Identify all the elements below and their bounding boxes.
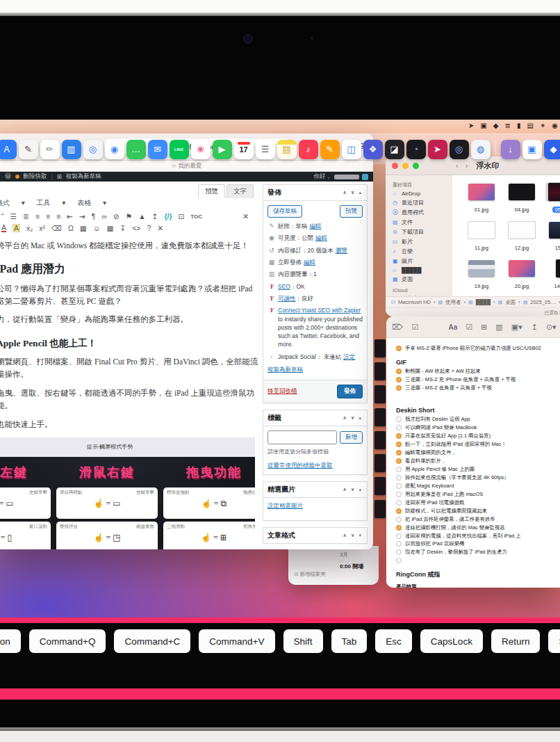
checkbox-icon[interactable] [396,442,402,447]
preview-button[interactable]: 預覽 [340,205,363,218]
lock-icon[interactable]: ⊙▾ [546,323,557,332]
meta-link[interactable]: 可讀性 [278,295,296,302]
editor-toolbar-icon[interactable]: ∞ [101,212,107,220]
publish-button[interactable]: 發佈 [337,385,363,398]
dock-app-icon[interactable]: ◍ [471,140,491,159]
status-icon[interactable]: ▤ [527,121,533,131]
tab-visual[interactable]: 預覽 [198,184,225,198]
favorites-bar[interactable]: ☆ 我的最愛 [0,161,373,172]
dock-app-icon[interactable]: LINE [170,140,189,159]
close-button[interactable] [392,163,398,169]
checkbox-icon[interactable] [396,450,402,455]
panel-controls[interactable]: ∧ ∨ ▴ [343,190,363,195]
table-icon[interactable]: ⊞ [481,323,487,332]
shortcut-key-button[interactable]: Command+C [114,629,190,653]
editor-toolbar-icon[interactable]: ⚑ [126,212,132,220]
set-featured-image-link[interactable]: 設定精選圖片 [267,502,303,509]
note-line[interactable]: ✓ ☝ 點一下，立刻就能用 iPad 連回家裡的 Mac！ [396,441,556,448]
dock-app-icon[interactable]: ✎ [320,140,340,159]
note-line[interactable]: ✓ ☝ 連回家裡的電腦，從資料夾找出檔案，丟到 iPad 上 [396,533,556,540]
checkbox-icon[interactable] [396,533,402,539]
delete-cache-button[interactable]: 刪除快取 [24,172,47,181]
note-line[interactable]: ✓ ☝ 以前放假把 iPad 當娛樂機 [396,540,556,547]
note-line[interactable]: ✓ ☝ 產品特寫 [396,583,556,588]
shortcut-key-button[interactable]: Return [491,629,541,653]
trash-icon[interactable]: ⌦ [392,323,403,332]
media-icon[interactable]: ▣▾ [511,323,522,332]
checkbox-icon[interactable] [396,346,402,351]
shortcut-key-button[interactable]: Option [0,629,21,653]
editor-toolbar-icon[interactable]: ▲ [138,212,145,220]
sidebar-item[interactable]: ◌ AirDrop [386,190,452,198]
checkbox-icon[interactable] [396,475,402,481]
finder-titlebar[interactable]: ‹ › 浮水印 [386,156,560,175]
status-icon[interactable]: ◆ [493,121,499,131]
checkbox-icon[interactable] [396,517,402,522]
dock-app-icon[interactable]: ✉ [148,140,167,159]
dock-app-icon[interactable]: ▤ [277,140,297,159]
editor-toolbar-icon[interactable]: ? [147,224,151,232]
editor-toolbar-icon[interactable]: ☺ [93,224,101,232]
sidebar-item[interactable]: ⊙ 下載項目 [386,227,452,237]
note-content[interactable]: ✓ ☝ 手拿 MS-Z 吸著 iPhone 顯示它的磁力吸力強度 USC/USB… [386,338,560,588]
checkbox-icon[interactable] [396,417,402,422]
path-segment[interactable]: 2025_05… [530,299,556,305]
editor-toolbar-icon[interactable]: ⇥ [79,212,85,220]
checkbox-icon[interactable] [396,492,402,497]
share-icon[interactable]: ↥ [532,323,538,332]
note-line[interactable]: ✓ ☝ 用 Apple Pencil 修 Mac 上的圖 [396,466,556,473]
editor-toolbar-icon[interactable]: A [1,224,6,232]
add-folder-button[interactable]: ⊙ 新增檔案夾 [294,571,326,578]
meta-action-link[interactable]: 編輯 [315,234,327,241]
checkbox-icon[interactable] [396,483,402,489]
add-tag-button[interactable]: 新增 [340,431,363,444]
checkbox-icon[interactable] [396,433,402,439]
note-line[interactable]: ✓ ☝ RingConn 戒指 [396,570,556,579]
checkbox-icon[interactable] [396,549,402,555]
editor-menu-item[interactable]: 格式 ▾ [0,199,25,207]
path-segment[interactable]: 桌面 [505,299,516,306]
note-line[interactable]: ✓ ☝ 動態圖 - AW 收起來 + AW 拉起來 [396,368,556,375]
editor-toolbar-icon[interactable]: Ω [68,224,74,232]
editor-toolbar-icon[interactable]: ⊘ [113,212,120,220]
shortcut-key-button[interactable]: Command+Q [29,629,106,653]
editor-toolbar-icon[interactable]: ≡ [35,212,40,220]
editor-toolbar-icon[interactable]: A [13,224,20,232]
favorites-item[interactable]: 我的最愛 [179,162,202,169]
status-icon[interactable]: ➤ [468,121,474,131]
editor-menu-item[interactable]: 工具 ▾ [37,199,66,207]
move-to-trash-link[interactable]: 移至回收桶 [267,387,297,396]
note-line[interactable]: ✓ ☝ 只要在裝置安裝好 App (1:1 兩台裝置) [396,433,556,439]
dock-app-icon[interactable]: ◎ [83,140,103,159]
note-line[interactable]: ✓ ☝ 用起來更像是在 iPad 上跑 macOS [396,491,556,498]
note-line[interactable]: ✓ ☝ [396,393,556,400]
checkbox-icon[interactable] [396,508,402,514]
editor-toolbar-icon[interactable]: ✕ [242,212,249,220]
note-line[interactable]: ✓ ☝ 把 iPad 當作延伸螢幕，讓工作更有效率 [396,516,556,523]
editor-toolbar-icon[interactable]: ⌫ [51,224,62,232]
note-line[interactable]: ✓ ☝ 三連圖 - MS-Z 低角度 + 高角度 + 平視 [396,385,556,392]
dock-app-icon[interactable]: A [0,140,17,159]
editor-toolbar-icon[interactable]: ⇤ [67,212,73,220]
checkbox-icon[interactable] [396,377,402,382]
dock-app-icon[interactable]: ▥ [62,140,81,159]
sidebar-item[interactable]: iCloud [386,284,452,294]
sidebar-item[interactable]: ◷ 最近項目 [386,198,452,208]
note-line[interactable]: ✓ ☝ 編輯電腦裡面的文件， [396,449,556,456]
checklist-icon[interactable]: ☑ [466,323,472,332]
editor-toolbar-icon[interactable]: ≡ [46,212,50,220]
note-line[interactable]: ✓ ☝ 手拿 MS-Z 吸著 iPhone 顯示它的磁力吸力強度 USC/USB… [396,345,556,352]
note-line[interactable]: ✓ ☝ 三連圖 - MS-Z 充 iPhone 低角度 + 高角度 + 平視 [396,376,556,383]
sidebar-item[interactable]: ▣ 圖片 [386,257,452,266]
sidebar-item[interactable]: ▤ 文件 [386,218,452,227]
shortcut-key-button[interactable]: Esc [375,629,412,653]
save-draft-button[interactable]: 儲存草稿 [267,205,302,218]
editor-toolbar-icon[interactable]: ¶ [92,212,96,220]
path-segment[interactable]: 使用者 [445,299,461,306]
gesture-figure[interactable]: 提示-觸屏模式手勢 滑鼠左鍵 滑鼠右鍵 拖曳功能 [0,437,255,549]
note-line[interactable]: ✓ ☝ 可以瞬間讓 iPad 變身 MacBook [396,424,556,431]
editor-toolbar-icon[interactable]: x² [39,224,45,232]
sidebar-item[interactable]: ▦ 桌面 [386,275,452,284]
wordpress-logo-icon[interactable]: Ⓦ [5,172,11,181]
file-item[interactable]: 12.jpg [502,220,541,252]
